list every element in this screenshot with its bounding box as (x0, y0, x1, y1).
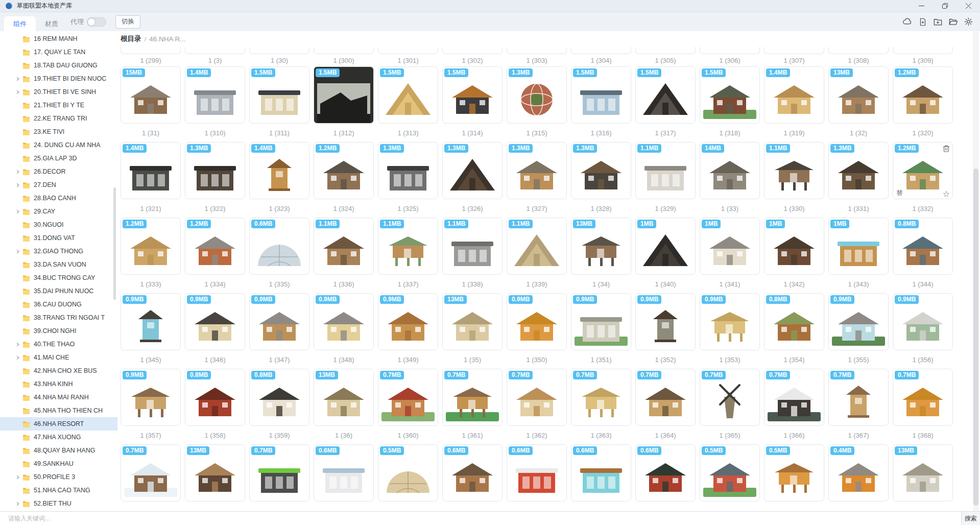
asset-tile[interactable]: 0.9MB (121, 369, 181, 426)
file-import-icon[interactable] (918, 17, 927, 27)
asset-tile[interactable]: 0.8MB (764, 293, 824, 350)
asset-tile[interactable]: 15MB (121, 66, 181, 124)
asset-tile[interactable]: 1.3MB (571, 142, 631, 199)
search-button[interactable]: 搜索 (961, 512, 980, 525)
sidebar-folder-item[interactable]: 31.DONG VAT (0, 231, 117, 245)
asset-tile[interactable]: 13MB (828, 66, 889, 124)
asset-tile[interactable]: 1.2MB (314, 142, 374, 199)
sidebar-folder-item[interactable]: 29.CAY (0, 205, 117, 218)
asset-tile[interactable]: 0.9MB (507, 293, 567, 350)
sidebar-folder-item[interactable]: 45.NHA THO THIEN CH (0, 404, 117, 417)
sidebar-folder-item[interactable]: 17. QUAY LE TAN (0, 45, 117, 59)
folder-import-icon[interactable] (933, 17, 943, 27)
sidebar-folder-item[interactable]: 19.THIET BI DIEN NUOC (0, 72, 117, 85)
asset-tile[interactable]: 1.3MB (828, 142, 889, 199)
sidebar-folder-item[interactable]: 22.KE TRANG TRI (0, 112, 117, 125)
asset-tile[interactable]: 0.7MB (828, 369, 889, 426)
chevron-right-icon[interactable] (14, 342, 21, 347)
asset-tile[interactable]: 1.4MB (121, 142, 181, 199)
folder-open-icon[interactable] (948, 17, 958, 27)
sidebar-folder-item[interactable]: 39.CHOI NGHI (0, 324, 117, 338)
asset-tile[interactable]: 0.7MB (442, 369, 503, 426)
asset-tile[interactable]: 1.5MB (571, 66, 631, 124)
asset-tile-partial[interactable] (635, 47, 696, 54)
chevron-right-icon[interactable] (14, 475, 21, 480)
search-input[interactable] (0, 512, 961, 525)
asset-tile[interactable]: 0.7MB (893, 369, 953, 426)
asset-tile[interactable]: 1.2MB 替 ☆ (893, 142, 953, 199)
star-icon[interactable]: ☆ (943, 189, 950, 199)
asset-tile[interactable]: 1.5MB (635, 66, 696, 124)
asset-tile[interactable]: 13MB (571, 218, 631, 275)
asset-tile-partial[interactable] (121, 47, 181, 54)
sidebar-folder-item[interactable]: 38.TRANG TRI NGOAI T (0, 311, 117, 324)
asset-tile[interactable]: 0.7MB (378, 369, 438, 426)
asset-tile-partial[interactable] (378, 47, 438, 54)
asset-tile[interactable]: 1.1MB (442, 218, 503, 275)
asset-tile[interactable]: 1.3MB (185, 142, 245, 199)
asset-tile[interactable]: 0.8MB (249, 369, 309, 426)
sidebar-folder-item[interactable]: 46.NHA RESORT (0, 417, 117, 431)
asset-tile[interactable]: 0.4MB (828, 444, 889, 502)
tab-materials[interactable]: 材质 (36, 16, 67, 31)
asset-tile[interactable]: 0.7MB (249, 444, 309, 502)
chevron-right-icon[interactable] (14, 209, 21, 214)
asset-tile[interactable]: 0.9MB (571, 293, 631, 350)
asset-tile[interactable]: 0.7MB (121, 444, 181, 502)
asset-tile[interactable]: 1MB (635, 218, 696, 275)
sidebar-folder-item[interactable]: 20.THIET BI VE SINH (0, 85, 117, 99)
asset-tile[interactable]: 0.9MB (828, 293, 889, 350)
chevron-right-icon[interactable] (14, 183, 21, 187)
asset-tile[interactable]: 1.4MB (185, 66, 245, 124)
asset-tile[interactable]: 0.7MB (571, 369, 631, 426)
asset-tile-partial[interactable] (442, 47, 503, 54)
asset-tile[interactable]: 0.7MB (764, 369, 824, 426)
asset-tile[interactable]: 13MB (442, 293, 503, 350)
asset-tile[interactable]: 13MB (185, 444, 245, 502)
sidebar-folder-item[interactable]: 48.QUAY BAN HANG (0, 444, 117, 457)
asset-tile-partial[interactable] (700, 47, 760, 54)
sidebar-folder-item[interactable]: 44.NHA MAI RANH (0, 391, 117, 404)
asset-tile[interactable]: 0.6MB (314, 444, 374, 502)
asset-tile[interactable]: 0.9MB (635, 293, 696, 350)
sidebar-folder-item[interactable]: 18.TAB DAU GIUONG (0, 59, 117, 72)
asset-tile[interactable]: 1.1MB (764, 142, 824, 199)
asset-tile[interactable]: 1.5MB (249, 66, 309, 124)
asset-tile[interactable]: 1.1MB (314, 218, 374, 275)
minimize-button[interactable] (910, 0, 933, 12)
asset-tile[interactable]: 0.8MB (185, 369, 245, 426)
asset-tile-partial[interactable] (185, 47, 245, 54)
asset-tile[interactable]: 1.3MB (507, 66, 567, 124)
asset-tile[interactable]: 0.9MB (121, 293, 181, 350)
sidebar-folder-item[interactable]: 52.BIET THU (0, 497, 117, 510)
sidebar-folder-item[interactable]: 33.DA SAN VUON (0, 258, 117, 271)
sidebar-folder-item[interactable]: 42.NHA CHO XE BUS (0, 364, 117, 377)
sidebar-folder-item[interactable]: 30.NGUOI (0, 218, 117, 231)
asset-tile[interactable]: 14MB (700, 142, 760, 199)
chevron-right-icon[interactable] (14, 77, 21, 81)
replace-button[interactable]: 替 (896, 188, 903, 198)
asset-tile[interactable]: 0.9MB (249, 293, 309, 350)
sidebar-folder-item[interactable]: 51.NHA CAO TANG (0, 484, 117, 497)
asset-tile[interactable]: 1.2MB (893, 66, 953, 124)
sidebar-folder-item[interactable]: 41.MAI CHE (0, 351, 117, 364)
sidebar-folder-item[interactable]: 27.DEN (0, 178, 117, 192)
sidebar-folder-item[interactable]: 23.KE TIVI (0, 125, 117, 138)
chevron-right-icon[interactable] (14, 249, 21, 254)
sidebar-folder-item[interactable]: 35.DAI PHUN NUOC (0, 284, 117, 298)
asset-tile[interactable]: 0.6MB (507, 444, 567, 502)
sidebar-folder-item[interactable]: 16 REM MANH (0, 32, 117, 45)
chevron-right-icon[interactable] (14, 90, 21, 94)
asset-tile[interactable]: 13MB (893, 444, 953, 502)
asset-tile[interactable]: 1.4MB (764, 66, 824, 124)
proxy-toggle[interactable] (87, 17, 106, 27)
sidebar-folder-item[interactable]: 21.THIET BI Y TE (0, 99, 117, 112)
asset-tile[interactable]: 1.3MB (442, 142, 503, 199)
asset-tile[interactable]: 1.1MB (635, 142, 696, 199)
asset-tile[interactable]: 0.9MB (700, 293, 760, 350)
asset-tile[interactable]: 0.9MB (185, 293, 245, 350)
asset-tile[interactable]: 0.5MB (700, 444, 760, 502)
asset-tile[interactable]: 1.3MB (507, 142, 567, 199)
asset-tile[interactable]: 0.9MB (314, 293, 374, 350)
asset-tile[interactable]: 0.6MB (249, 218, 309, 275)
